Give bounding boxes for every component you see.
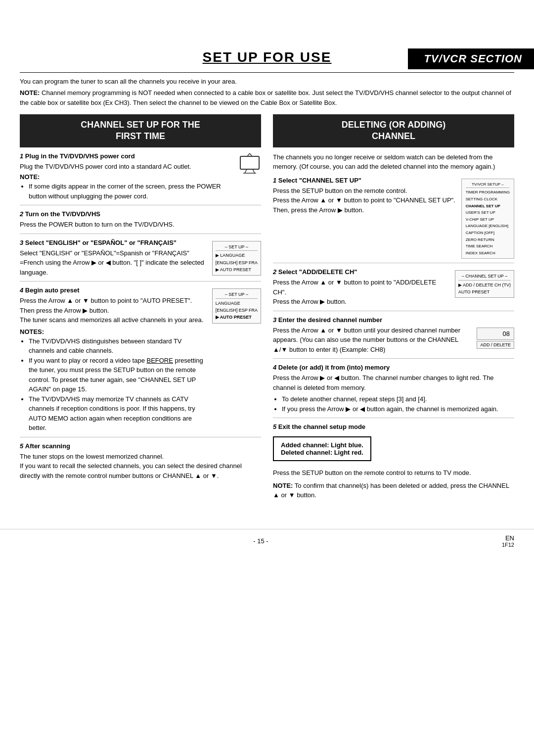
step-1-title: 1 Plug in the TV/DVD/VHS power cord bbox=[20, 152, 233, 160]
footer-code: 1F12 bbox=[502, 542, 514, 548]
footer-page-num: - 15 - bbox=[253, 537, 268, 545]
right-section-header: DELETING (OR ADDING) CHANNEL bbox=[273, 114, 514, 147]
tvvcr-section-header: TV/VCR SECTION bbox=[408, 48, 534, 69]
channel-added-line: Added channel: Light blue. bbox=[281, 441, 363, 449]
svg-line-1 bbox=[245, 169, 247, 173]
left-section-header: CHANNEL SET UP FOR THE FIRST TIME bbox=[20, 114, 261, 147]
setup-autopreset-menu: – SET UP – LANGUAGE [ENGLISH] ESP FRA AU… bbox=[212, 286, 261, 324]
right-title-line2: CHANNEL bbox=[277, 131, 510, 142]
two-column-layout: CHANNEL SET UP FOR THE FIRST TIME 1 Plug… bbox=[20, 114, 514, 509]
right-step-4-body: Press the Arrow ▶ or ◀ button. The chann… bbox=[273, 373, 514, 392]
right-step-5-final-note: Press the SETUP button on the remote con… bbox=[273, 468, 514, 478]
footer-lang: EN bbox=[502, 534, 514, 542]
step-1-row: 1 Plug in the TV/DVD/VHS power cord Plug… bbox=[20, 152, 261, 201]
intro-note-text: Channel memory programming is NOT needed… bbox=[20, 89, 511, 106]
left-step-5: 5 After scanning The tuner stops on the … bbox=[20, 442, 261, 485]
tvvcr-setup-menu: TV/VCR SETUP – TIMER PROGRAMMING SETTING… bbox=[461, 179, 514, 259]
step-3-body: Select "ENGLISH" or "ESPAÑOL"=Spanish or… bbox=[20, 248, 207, 278]
step-4-title: 4 Begin auto preset bbox=[20, 286, 207, 294]
step-4-notes-label: NOTES: bbox=[20, 328, 207, 335]
channel-num-value: 08 bbox=[477, 328, 514, 340]
right-step-4-notes: To delete another channel, repeat steps … bbox=[273, 394, 514, 414]
intro-note-bold: NOTE: bbox=[20, 89, 40, 96]
right-step-2-row: 2 Select "ADD/DELETE CH" Press the Arrow… bbox=[273, 268, 514, 307]
right-step-5-title: 5 Exit the channel setup mode bbox=[273, 423, 514, 430]
right-step-1-row: 1 Select "CHANNEL SET UP" Press the SETU… bbox=[273, 177, 514, 259]
right-step-3: 3 Enter the desired channel number Press… bbox=[273, 316, 514, 359]
channel-deleted-line: Deleted channel: Light red. bbox=[281, 449, 363, 456]
device-icon bbox=[238, 152, 261, 179]
right-step-3-title: 3 Enter the desired channel number bbox=[273, 316, 514, 324]
channel-number-display: 08 ADD / DELETE bbox=[477, 326, 514, 349]
left-step-3: 3 Select "ENGLISH" or "ESPAÑOL" or "FRAN… bbox=[20, 239, 261, 282]
step-2-title: 2 Turn on the TV/DVD/VHS bbox=[20, 210, 261, 218]
add-delete-label: ADD / DELETE bbox=[477, 341, 514, 349]
step-1-note-item: If some digits appear in the corner of t… bbox=[29, 182, 233, 201]
right-step-2: 2 Select "ADD/DELETE CH" Press the Arrow… bbox=[273, 268, 514, 311]
step-3-row: 3 Select "ENGLISH" or "ESPAÑOL" or "FRAN… bbox=[20, 239, 261, 278]
title-divider bbox=[20, 72, 514, 73]
channel-info-box: Added channel: Light blue. Deleted chann… bbox=[273, 436, 371, 461]
page-wrapper: TV/VCR SECTION SET UP FOR USE You can pr… bbox=[0, 40, 534, 756]
right-column: DELETING (OR ADDING) CHANNEL The channel… bbox=[273, 114, 514, 509]
right-title-line1: DELETING (OR ADDING) bbox=[277, 119, 510, 131]
right-step-2-text: 2 Select "ADD/DELETE CH" Press the Arrow… bbox=[273, 268, 450, 307]
left-step-4: 4 Begin auto preset Press the Arrow ▲ or… bbox=[20, 286, 261, 437]
right-step-4: 4 Delete (or add) it from (into) memory … bbox=[273, 364, 514, 418]
intro-note: NOTE: Channel memory programming is NOT … bbox=[20, 88, 514, 107]
main-content: SET UP FOR USE You can program the tuner… bbox=[0, 40, 534, 524]
step-5-title: 5 After scanning bbox=[20, 442, 261, 450]
intro-text: You can program the tuner to scan all th… bbox=[20, 78, 514, 85]
left-step-1: 1 Plug in the TV/DVD/VHS power cord Plug… bbox=[20, 152, 261, 206]
step-1-note-label: NOTE: bbox=[20, 173, 233, 181]
step-5-body: The tuner stops on the lowest memorized … bbox=[20, 452, 261, 481]
right-step-5-final-note2: NOTE: To confirm that channel(s) has bee… bbox=[273, 481, 514, 500]
tv-icon-svg bbox=[238, 152, 261, 175]
right-step-3-row: Press the Arrow ▲ or ▼ button until your… bbox=[273, 326, 514, 355]
right-intro: The channels you no longer receive or se… bbox=[273, 152, 514, 172]
right-step-1-title: 1 Select "CHANNEL SET UP" bbox=[273, 177, 456, 184]
step-4-row: 4 Begin auto preset Press the Arrow ▲ or… bbox=[20, 286, 261, 433]
right-step-1: 1 Select "CHANNEL SET UP" Press the SETU… bbox=[273, 177, 514, 264]
channel-setup-menu: – CHANNEL SET UP – ADD / DELETE CH (TV) … bbox=[455, 270, 514, 298]
right-step-3-text: Press the Arrow ▲ or ▼ button until your… bbox=[273, 326, 468, 355]
right-step-2-body: Press the Arrow ▲ or ▼ button to point t… bbox=[273, 278, 450, 307]
footer: - 15 - EN 1F12 bbox=[0, 529, 534, 553]
setup-language-menu: – SET UP – LANGUAGE [ENGLISH] ESP FRA AU… bbox=[212, 239, 261, 276]
right-step-1-text: 1 Select "CHANNEL SET UP" Press the SETU… bbox=[273, 177, 456, 215]
svg-rect-0 bbox=[240, 156, 259, 169]
step-1-text: 1 Plug in the TV/DVD/VHS power cord Plug… bbox=[20, 152, 233, 201]
step-2-body: Press the POWER button to turn on the TV… bbox=[20, 220, 261, 230]
step-3-title: 3 Select "ENGLISH" or "ESPAÑOL" or "FRAN… bbox=[20, 239, 207, 246]
right-step-5-label: Exit the channel setup mode bbox=[278, 423, 365, 430]
step-4-text: 4 Begin auto preset Press the Arrow ▲ or… bbox=[20, 286, 207, 433]
footer-right: EN 1F12 bbox=[502, 534, 514, 548]
step-1-body: Plug the TV/DVD/VHS power cord into a st… bbox=[20, 162, 233, 172]
step-3-text: 3 Select "ENGLISH" or "ESPAÑOL" or "FRAN… bbox=[20, 239, 207, 278]
step-4-body: Press the Arrow ▲ or ▼ button to point t… bbox=[20, 296, 207, 325]
left-step-2: 2 Turn on the TV/DVD/VHS Press the POWER… bbox=[20, 210, 261, 234]
left-title-line1: CHANNEL SET UP FOR THE bbox=[24, 119, 257, 131]
svg-line-2 bbox=[253, 169, 255, 173]
right-step-4-title: 4 Delete (or add) it from (into) memory bbox=[273, 364, 514, 371]
right-step-2-title: 2 Select "ADD/DELETE CH" bbox=[273, 268, 450, 276]
right-step-1-body: Press the SETUP button on the remote con… bbox=[273, 186, 456, 215]
left-column: CHANNEL SET UP FOR THE FIRST TIME 1 Plug… bbox=[20, 114, 261, 509]
right-step-5: 5 Exit the channel setup mode Added chan… bbox=[273, 423, 514, 504]
step-4-notes-list: The TV/DVD/VHS distinguishes between sta… bbox=[20, 336, 207, 433]
step-1-note-list: If some digits appear in the corner of t… bbox=[20, 182, 233, 201]
left-title-line2: FIRST TIME bbox=[24, 131, 257, 142]
tvvcr-label: TV/VCR SECTION bbox=[424, 52, 522, 65]
